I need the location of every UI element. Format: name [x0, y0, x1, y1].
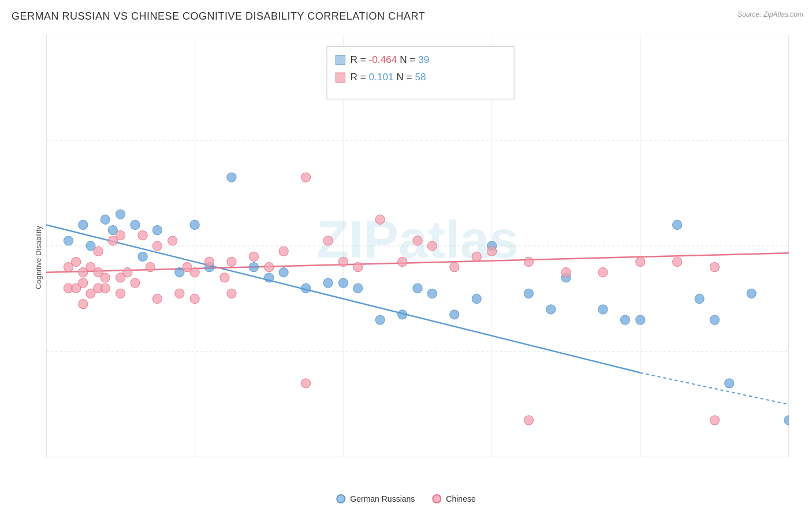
chinese-legend-icon — [432, 494, 441, 503]
svg-point-84 — [190, 268, 199, 277]
svg-point-97 — [413, 236, 422, 245]
svg-point-118 — [175, 289, 184, 298]
svg-point-35 — [138, 252, 147, 261]
svg-point-96 — [398, 257, 407, 266]
svg-point-114 — [72, 283, 81, 293]
chart-title: GERMAN RUSSIAN VS CHINESE COGNITIVE DISA… — [12, 10, 425, 23]
svg-point-63 — [725, 379, 734, 388]
svg-point-46 — [353, 283, 363, 293]
svg-point-79 — [131, 278, 140, 288]
svg-point-55 — [546, 305, 556, 314]
svg-point-43 — [301, 283, 310, 293]
svg-point-86 — [220, 273, 229, 282]
svg-rect-25 — [336, 73, 345, 82]
svg-point-103 — [561, 268, 571, 277]
svg-point-91 — [301, 173, 310, 182]
svg-point-61 — [695, 294, 704, 303]
svg-point-90 — [279, 247, 288, 256]
svg-point-75 — [138, 231, 147, 240]
legend-german-russians: German Russians — [336, 494, 415, 503]
german-russians-legend-icon — [336, 494, 345, 503]
svg-point-70 — [116, 231, 125, 240]
svg-point-92 — [323, 236, 333, 245]
svg-point-64 — [747, 289, 756, 298]
y-axis-label: Cognitive Disability — [34, 226, 43, 289]
svg-point-93 — [338, 257, 348, 266]
svg-point-104 — [598, 268, 608, 277]
svg-point-48 — [398, 310, 407, 319]
svg-point-29 — [116, 210, 125, 219]
svg-point-89 — [265, 262, 274, 271]
svg-point-109 — [152, 294, 162, 303]
svg-point-81 — [152, 241, 162, 251]
svg-point-37 — [190, 220, 199, 229]
svg-point-32 — [64, 236, 73, 245]
svg-text:R = -0.464  N = 39: R = -0.464 N = 39 — [351, 54, 430, 65]
svg-point-54 — [524, 289, 533, 298]
svg-point-85 — [204, 257, 214, 266]
scatter-svg: 0.0% 10.0% 20.0% 30.0% 40.0% 0.0% 10.0% … — [46, 35, 789, 457]
svg-point-41 — [265, 273, 274, 282]
svg-point-105 — [636, 257, 645, 266]
svg-point-50 — [427, 289, 437, 298]
svg-point-42 — [279, 268, 288, 277]
german-russians-label: German Russians — [350, 494, 415, 503]
svg-point-27 — [79, 220, 88, 229]
svg-point-58 — [620, 315, 630, 324]
svg-point-57 — [598, 305, 608, 314]
svg-point-111 — [710, 416, 719, 425]
svg-point-77 — [94, 268, 103, 277]
legend-container: German Russians Chinese — [336, 494, 475, 503]
chinese-label: Chinese — [446, 494, 475, 503]
svg-point-45 — [338, 278, 348, 288]
svg-point-121 — [100, 283, 110, 293]
svg-point-80 — [146, 262, 155, 271]
svg-point-68 — [94, 247, 103, 256]
svg-point-88 — [249, 252, 258, 261]
svg-point-71 — [72, 257, 81, 266]
svg-point-30 — [131, 220, 140, 229]
svg-point-99 — [450, 262, 459, 271]
svg-point-49 — [413, 283, 422, 293]
svg-point-52 — [472, 294, 481, 303]
svg-point-82 — [168, 236, 177, 245]
svg-line-20 — [640, 373, 789, 405]
source-label: Source: ZipAtlas.com — [737, 10, 803, 18]
svg-point-107 — [710, 262, 719, 271]
svg-point-28 — [100, 215, 110, 224]
svg-point-106 — [672, 257, 681, 266]
chart-area: 0.0% 10.0% 20.0% 30.0% 40.0% 0.0% 10.0% … — [46, 35, 789, 457]
svg-point-98 — [427, 241, 437, 251]
svg-point-119 — [227, 289, 236, 298]
svg-point-87 — [227, 257, 236, 266]
svg-point-108 — [190, 294, 199, 303]
svg-point-62 — [710, 315, 719, 324]
svg-text:R =  0.101  N = 58: R = 0.101 N = 58 — [351, 71, 426, 83]
svg-point-60 — [672, 220, 681, 229]
svg-point-110 — [524, 416, 533, 425]
chart-container: GERMAN RUSSIAN VS CHINESE COGNITIVE DISA… — [0, 0, 812, 515]
svg-rect-23 — [336, 55, 345, 65]
svg-point-39 — [227, 173, 236, 182]
svg-point-94 — [353, 262, 363, 271]
svg-point-44 — [323, 278, 333, 288]
svg-point-112 — [301, 379, 310, 388]
svg-point-116 — [79, 300, 88, 309]
svg-point-120 — [116, 289, 125, 298]
svg-point-59 — [636, 315, 645, 324]
svg-point-78 — [116, 273, 125, 282]
svg-point-65 — [784, 416, 789, 425]
legend-chinese: Chinese — [432, 494, 475, 503]
svg-point-95 — [375, 215, 385, 224]
svg-point-101 — [487, 247, 496, 256]
svg-point-47 — [375, 315, 385, 324]
svg-point-51 — [450, 310, 459, 319]
svg-point-100 — [472, 252, 481, 261]
svg-point-40 — [249, 262, 258, 271]
svg-point-31 — [152, 225, 162, 234]
svg-point-102 — [524, 257, 533, 266]
